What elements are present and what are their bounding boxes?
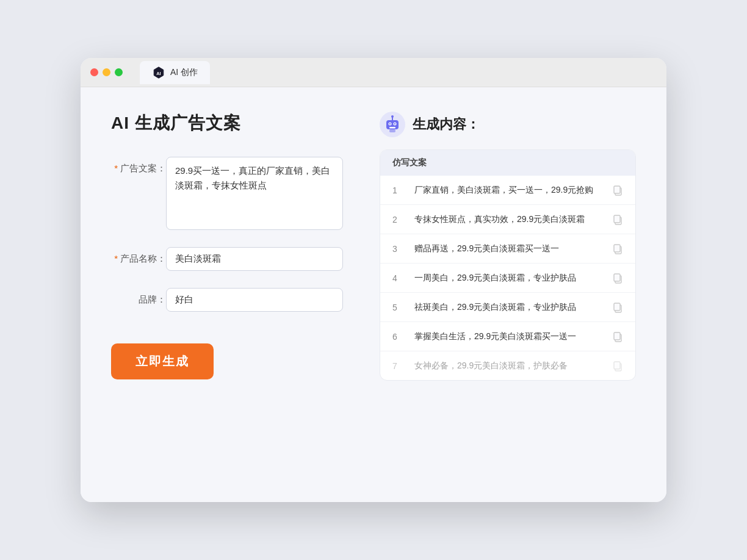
row-text: 赠品再送，29.9元美白淡斑霜买一送一 — [414, 242, 602, 255]
traffic-lights — [90, 68, 123, 76]
row-text: 掌握美白生活，29.9元美白淡斑霜买一送一 — [414, 330, 602, 343]
svg-rect-11 — [389, 129, 395, 132]
result-row: 5祛斑美白，29.9元美白淡斑霜，专业护肤品 — [380, 293, 635, 322]
result-row: 6掌握美白生活，29.9元美白淡斑霜买一送一 — [380, 322, 635, 351]
row-number: 1 — [392, 185, 405, 195]
result-row: 2专抹女性斑点，真实功效，29.9元美白淡斑霜 — [380, 205, 635, 234]
copy-icon[interactable] — [612, 273, 623, 284]
svg-rect-17 — [614, 245, 620, 252]
row-number: 3 — [392, 244, 405, 254]
left-panel: AI 生成广告文案 *广告文案： 29.9买一送一，真正的厂家直销，美白淡斑霜，… — [111, 112, 343, 381]
robot-icon — [380, 112, 405, 137]
tab-label: AI 创作 — [170, 67, 198, 78]
result-rows-container: 1厂家直销，美白淡斑霜，买一送一，29.9元抢购 2专抹女性斑点，真实功效，29… — [380, 176, 635, 380]
required-star-2: * — [114, 253, 118, 264]
main-layout: AI 生成广告文案 *广告文案： 29.9买一送一，真正的厂家直销，美白淡斑霜，… — [111, 112, 636, 381]
ai-tab[interactable]: AI AI 创作 — [140, 61, 210, 84]
browser-content: AI 生成广告文案 *广告文案： 29.9买一送一，真正的厂家直销，美白淡斑霜，… — [81, 87, 666, 502]
generate-button[interactable]: 立即生成 — [111, 343, 214, 379]
svg-rect-23 — [614, 332, 620, 340]
result-row: 7女神必备，29.9元美白淡斑霜，护肤必备 — [380, 351, 635, 380]
product-name-label: *产品名称： — [111, 247, 166, 265]
ad-copy-input[interactable]: 29.9买一送一，真正的厂家直销，美白淡斑霜，专抹女性斑点 — [166, 157, 343, 230]
row-number: 4 — [392, 273, 405, 283]
brand-label: 品牌： — [111, 288, 166, 306]
maximize-button[interactable] — [115, 68, 123, 76]
result-title: 生成内容： — [413, 115, 480, 134]
product-name-group: *产品名称： — [111, 247, 343, 271]
result-row: 4一周美白，29.9元美白淡斑霜，专业护肤品 — [380, 264, 635, 293]
row-text: 厂家直销，美白淡斑霜，买一送一，29.9元抢购 — [414, 184, 602, 196]
row-number: 5 — [392, 303, 405, 312]
row-text: 一周美白，29.9元美白淡斑霜，专业护肤品 — [414, 271, 602, 284]
required-star-1: * — [114, 163, 118, 173]
copy-icon[interactable] — [612, 361, 623, 372]
ai-tab-icon: AI — [152, 66, 165, 79]
svg-point-9 — [394, 123, 395, 124]
row-number: 7 — [392, 361, 405, 371]
row-number: 6 — [392, 332, 405, 342]
minimize-button[interactable] — [103, 68, 110, 76]
right-panel: 生成内容： 仿写文案 1厂家直销，美白淡斑霜，买一送一，29.9元抢购 2专抹女… — [380, 112, 636, 381]
svg-rect-15 — [614, 215, 620, 223]
copy-icon[interactable] — [612, 302, 623, 313]
page-title: AI 生成广告文案 — [111, 112, 343, 135]
row-text: 专抹女性斑点，真实功效，29.9元美白淡斑霜 — [414, 213, 602, 226]
svg-rect-21 — [614, 303, 620, 311]
copy-icon[interactable] — [612, 214, 623, 225]
titlebar: AI AI 创作 — [81, 58, 666, 87]
result-row: 1厂家直销，美白淡斑霜，买一送一，29.9元抢购 — [380, 176, 635, 205]
result-header: 生成内容： — [380, 112, 636, 137]
browser-window: AI AI 创作 AI 生成广告文案 *广告文案： 29.9买一送一，真正的厂家… — [81, 58, 666, 502]
result-table: 仿写文案 1厂家直销，美白淡斑霜，买一送一，29.9元抢购 2专抹女性斑点，真实… — [380, 149, 636, 381]
brand-group: 品牌： — [111, 288, 343, 312]
svg-point-5 — [391, 115, 394, 118]
row-number: 2 — [392, 215, 405, 224]
svg-text:AI: AI — [156, 70, 161, 76]
result-row: 3赠品再送，29.9元美白淡斑霜买一送一 — [380, 234, 635, 264]
ad-copy-label: *广告文案： — [111, 157, 166, 174]
ad-copy-group: *广告文案： 29.9买一送一，真正的厂家直销，美白淡斑霜，专抹女性斑点 — [111, 157, 343, 230]
svg-rect-19 — [614, 274, 620, 281]
svg-rect-10 — [389, 127, 395, 129]
close-button[interactable] — [90, 68, 98, 76]
copy-icon[interactable] — [612, 185, 623, 196]
copy-icon[interactable] — [612, 331, 623, 342]
svg-point-8 — [389, 123, 391, 124]
row-text: 女神必备，29.9元美白淡斑霜，护肤必备 — [414, 359, 602, 372]
product-name-input[interactable] — [166, 247, 343, 271]
row-text: 祛斑美白，29.9元美白淡斑霜，专业护肤品 — [414, 301, 602, 314]
copy-icon[interactable] — [612, 243, 623, 254]
svg-rect-25 — [614, 362, 620, 369]
brand-input[interactable] — [166, 288, 343, 312]
result-table-header: 仿写文案 — [380, 150, 635, 176]
svg-rect-13 — [614, 186, 620, 193]
